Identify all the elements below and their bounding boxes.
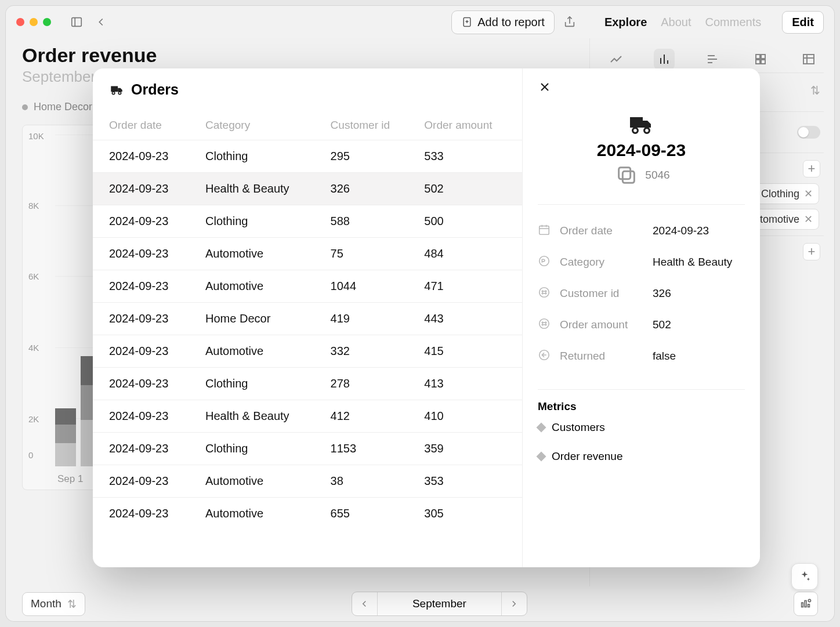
table-cell: 419 [324,303,418,335]
back-icon[interactable] [92,13,110,31]
table-cell: Automotive [198,498,324,530]
metric-order-revenue[interactable]: Order revenue [538,442,745,471]
grid-chart-icon[interactable] [750,49,771,70]
line-chart-icon[interactable] [606,49,627,70]
table-cell: 38 [324,465,418,498]
table-cell: 588 [324,205,418,238]
table-row[interactable]: 2024-09-23Clothing278413 [93,368,522,400]
table-cell: 332 [324,335,418,368]
table-cell: 484 [417,238,522,270]
period-label: September [378,592,501,615]
truck-icon [109,82,124,97]
svg-rect-19 [802,603,803,607]
horizontal-bar-icon[interactable] [702,49,723,70]
y-label: 8K [28,201,39,211]
table-cell: 2024-09-23 [93,368,198,400]
svg-rect-15 [761,60,765,64]
table-row[interactable]: 2024-09-23Health & Beauty326502 [93,173,522,205]
chart-settings-button[interactable] [794,592,818,616]
svg-point-23 [112,92,114,94]
table-cell: 2024-09-23 [93,303,198,335]
svg-rect-30 [619,168,631,179]
add-button[interactable]: + [803,160,820,177]
svg-rect-0 [72,18,82,27]
table-row[interactable]: 2024-09-23Automotive332415 [93,335,522,368]
svg-rect-29 [623,171,635,183]
bottom-bar: Month ⇅ September [6,586,834,621]
col-order-date[interactable]: Order date [93,112,198,140]
ai-sparkle-button[interactable] [791,563,818,590]
close-window[interactable] [16,18,24,26]
granularity-label: Month [31,597,61,610]
svg-rect-14 [756,60,760,64]
number-icon [538,286,553,301]
sidebar-toggle-icon[interactable] [67,13,86,31]
table-cell: 2024-09-23 [93,270,198,303]
granularity-select[interactable]: Month ⇅ [22,592,85,616]
tab-explore[interactable]: Explore [604,16,647,29]
table-cell: 471 [417,270,522,303]
table-cell: 502 [417,173,522,205]
table-cell: 413 [417,368,522,400]
col-category[interactable]: Category [198,112,324,140]
table-chart-icon[interactable] [798,49,819,70]
table-row[interactable]: 2024-09-23Automotive1044471 [93,270,522,303]
col-order-amount[interactable]: Order amount [417,112,522,140]
field-order-amount: Order amount 502 [538,309,745,340]
table-row[interactable]: 2024-09-23Home Decor419443 [93,303,522,335]
tab-about[interactable]: About [661,16,691,29]
table-row[interactable]: 2024-09-23Automotive655305 [93,498,522,530]
table-cell: Home Decor [198,303,324,335]
number-icon [538,317,553,332]
table-cell: 443 [417,303,522,335]
chip-clothing[interactable]: Clothing✕ [755,183,819,204]
table-cell: 2024-09-23 [93,498,198,530]
add-button[interactable]: + [803,243,820,260]
add-to-report-label: Add to report [477,16,545,29]
table-row[interactable]: 2024-09-23Health & Beauty412410 [93,400,522,433]
next-period-button[interactable] [501,592,527,615]
edit-button[interactable]: Edit [782,11,824,34]
close-icon[interactable] [538,80,554,96]
table-row[interactable]: 2024-09-23Clothing1153359 [93,433,522,465]
col-customer-id[interactable]: Customer id [324,112,418,140]
table-row[interactable]: 2024-09-23Clothing295533 [93,140,522,173]
table-row[interactable]: 2024-09-23Clothing588500 [93,205,522,238]
share-icon[interactable] [560,13,579,31]
chevron-updown-icon: ⇅ [810,84,820,97]
period-stepper: September [352,592,527,616]
table-cell: 655 [324,498,418,530]
chip-remove-icon[interactable]: ✕ [804,213,813,226]
window-controls [16,18,51,26]
add-to-report-button[interactable]: Add to report [451,10,555,34]
table-cell: 2024-09-23 [93,173,198,205]
detail-id-row[interactable]: 5046 [613,164,669,187]
svg-point-27 [632,128,638,133]
svg-point-36 [540,288,549,298]
bar-chart-icon[interactable] [654,49,675,70]
tab-comments[interactable]: Comments [705,16,762,29]
field-returned: Returned false [538,340,745,372]
detail-title: 2024-09-23 [597,140,686,160]
diamond-icon [537,452,546,462]
detail-id-value: 5046 [645,169,669,182]
minimize-window[interactable] [30,18,38,26]
table-cell: 1153 [324,433,418,465]
svg-point-24 [118,92,121,94]
table-cell: 410 [417,400,522,433]
header-tabs: Explore About Comments [604,16,761,29]
toggle-switch[interactable] [797,126,820,139]
metric-customers[interactable]: Customers [538,413,745,442]
svg-rect-21 [808,604,810,607]
table-cell: 412 [324,400,418,433]
maximize-window[interactable] [43,18,51,26]
chip-remove-icon[interactable]: ✕ [804,187,813,200]
table-cell: 2024-09-23 [93,238,198,270]
chevron-updown-icon: ⇅ [67,597,77,611]
prev-period-button[interactable] [352,592,378,615]
table-row[interactable]: 2024-09-23Automotive38353 [93,465,522,498]
table-cell: 2024-09-23 [93,205,198,238]
table-cell: Clothing [198,140,324,173]
table-row[interactable]: 2024-09-23Automotive75484 [93,238,522,270]
table-cell: 2024-09-23 [93,433,198,465]
